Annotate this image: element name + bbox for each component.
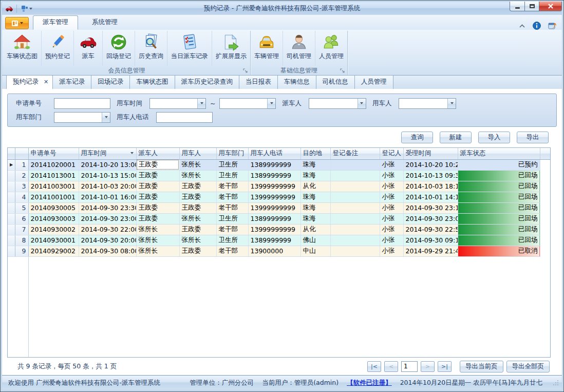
row-number[interactable]: 7: [15, 224, 28, 235]
cell-user[interactable]: 王政委: [179, 224, 216, 235]
cell-status[interactable]: 已回场: [458, 202, 540, 213]
tab-driver-info[interactable]: 司机信息: [316, 75, 354, 89]
cell-accept_time[interactable]: 2014-10-03 18:11: [403, 181, 458, 192]
cell-dispatcher[interactable]: 王政委: [136, 159, 179, 170]
cell-phone[interactable]: 13999999999: [248, 181, 300, 192]
skin-icon[interactable]: [548, 22, 557, 30]
cell-registrar[interactable]: 小张: [380, 213, 403, 224]
history-query-button[interactable]: 历史查询: [135, 31, 167, 66]
prev-page-button[interactable]: <: [384, 361, 398, 372]
tab-close-icon[interactable]: ✕: [44, 79, 48, 85]
tab-return-records[interactable]: 回场记录: [91, 75, 129, 89]
maximize-button[interactable]: [524, 2, 539, 11]
reservation-register-button[interactable]: 预约登记: [42, 31, 74, 66]
header-status[interactable]: 派车状态: [458, 148, 540, 159]
row-number[interactable]: 1: [15, 159, 28, 170]
cell-dept[interactable]: 老干部: [216, 202, 248, 213]
collapse-ribbon-icon[interactable]: [519, 24, 525, 28]
cell-remark[interactable]: [330, 159, 380, 170]
cell-destination[interactable]: 珠海: [300, 213, 330, 224]
cell-status[interactable]: 已预约: [458, 159, 540, 170]
cell-dispatcher[interactable]: 王政委: [136, 170, 179, 181]
row-indicator[interactable]: ▶: [8, 159, 15, 170]
phone-input[interactable]: [156, 112, 213, 123]
row-indicator[interactable]: [8, 202, 15, 213]
cell-remark[interactable]: [330, 192, 380, 202]
dept-combo[interactable]: [54, 112, 110, 123]
cell-remark[interactable]: [330, 170, 380, 181]
return-register-button[interactable]: 回场登记: [103, 31, 135, 66]
header-dispatcher[interactable]: 派车人: [136, 148, 179, 159]
cell-phone[interactable]: 1389999999: [248, 235, 300, 246]
cell-dept[interactable]: 卫生所: [216, 235, 248, 246]
table-row[interactable]: ▶1201410200012014-10-20 13:00王政委张所长卫生所13…: [8, 159, 550, 170]
cell-user[interactable]: 张所长: [179, 213, 216, 224]
cell-use_time[interactable]: 2014-09-30 23:00: [79, 213, 136, 224]
cell-order_no[interactable]: 20140930002: [28, 224, 79, 235]
dialog-launcher-icon[interactable]: [243, 68, 248, 73]
cell-registrar[interactable]: 小张: [380, 246, 403, 256]
row-number[interactable]: 9: [15, 246, 28, 256]
header-destination[interactable]: 目的地: [300, 148, 330, 159]
header-use-time[interactable]: 用车时间: [79, 148, 136, 159]
cell-order_no[interactable]: 20141001001: [28, 192, 79, 202]
personnel-manage-button[interactable]: 人员管理: [315, 31, 347, 66]
minimize-button[interactable]: [510, 2, 524, 11]
app-car-icon[interactable]: [5, 5, 13, 13]
row-indicator[interactable]: [8, 181, 15, 192]
cell-order_no[interactable]: 20140930001: [28, 235, 79, 246]
cell-registrar[interactable]: 小张: [380, 224, 403, 235]
row-number[interactable]: 8: [15, 235, 28, 246]
quick-access-toolbar[interactable]: [16, 5, 32, 13]
row-indicator[interactable]: [8, 213, 15, 224]
tab-reservation-records[interactable]: 预约记录✕: [6, 75, 52, 89]
cell-destination[interactable]: 珠海: [300, 159, 330, 170]
cell-registrar[interactable]: 小张: [380, 181, 403, 192]
cell-remark[interactable]: [330, 202, 380, 213]
table-row[interactable]: 5201409300052014-09-30 23:30王政委王政委老干部139…: [8, 202, 550, 213]
cell-status[interactable]: 已回场: [458, 170, 540, 181]
cell-status[interactable]: 已回场: [458, 192, 540, 202]
cell-dispatcher[interactable]: 张所长: [136, 224, 179, 235]
tab-dispatch-records[interactable]: 派车记录: [52, 75, 91, 89]
table-row[interactable]: 7201409300022014-09-30 22:00张所长王政委老干部139…: [8, 224, 550, 235]
ribbon-tab-system[interactable]: 系统管理: [82, 15, 127, 30]
cell-dispatcher[interactable]: 王政委: [136, 181, 179, 192]
cell-accept_time[interactable]: 2014-09-30 09:17: [403, 235, 458, 246]
cell-destination[interactable]: 中山: [300, 246, 330, 256]
next-page-button[interactable]: >: [421, 361, 435, 372]
driver-manage-button[interactable]: 司机管理: [283, 31, 315, 66]
row-number[interactable]: 4: [15, 192, 28, 202]
cell-user[interactable]: 王政委: [179, 246, 216, 256]
cell-order_no[interactable]: 20140929002: [28, 246, 79, 256]
table-row[interactable]: 8201409300012014-09-30 20:00张所长张所长卫生所138…: [8, 235, 550, 246]
row-indicator[interactable]: [8, 192, 15, 202]
cell-phone[interactable]: 13999999999: [248, 224, 300, 235]
cell-dept[interactable]: 老干部: [216, 192, 248, 202]
row-number[interactable]: 6: [15, 213, 28, 224]
cell-destination[interactable]: 珠海: [300, 170, 330, 181]
extend-screen-button[interactable]: 扩展屏显示: [212, 31, 250, 66]
import-button[interactable]: 导入: [478, 132, 510, 143]
row-number[interactable]: 3: [15, 181, 28, 192]
cell-use_time[interactable]: 2014-09-30 08:00: [79, 246, 136, 256]
header-dept[interactable]: 用车部门: [216, 148, 248, 159]
cell-registrar[interactable]: 小张: [380, 192, 403, 202]
tab-personnel-manage[interactable]: 人员管理: [354, 75, 393, 89]
cell-destination[interactable]: 佛山: [300, 235, 330, 246]
sort-filter-icon[interactable]: [130, 152, 134, 154]
dispatch-button[interactable]: 派车: [74, 31, 103, 66]
application-menu-button[interactable]: [5, 17, 29, 29]
cell-dispatcher[interactable]: 张所长: [136, 235, 179, 246]
today-dispatch-records-button[interactable]: 当日派车记录: [167, 31, 212, 66]
qat-dropdown-icon[interactable]: [29, 8, 32, 10]
row-number[interactable]: 5: [15, 202, 28, 213]
cell-destination[interactable]: 从化: [300, 224, 330, 235]
info-icon[interactable]: [533, 22, 541, 30]
dialog-launcher-icon[interactable]: [340, 68, 345, 73]
query-button[interactable]: 查询: [401, 132, 433, 143]
header-user[interactable]: 用车人: [179, 148, 216, 159]
use-time-to-combo[interactable]: [219, 98, 276, 109]
cell-status[interactable]: 已回场: [458, 181, 540, 192]
cell-user[interactable]: 张所长: [179, 159, 216, 170]
